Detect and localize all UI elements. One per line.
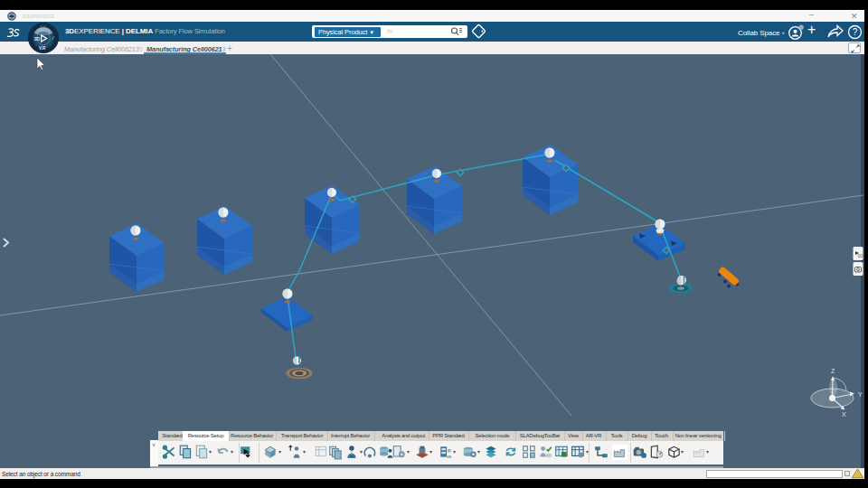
svg-text:V.R: V.R — [39, 46, 46, 51]
svg-text:X: X — [842, 411, 846, 418]
svg-text:3D: 3D — [34, 37, 41, 42]
svg-text:00: 00 — [858, 253, 863, 258]
svg-text:Y: Y — [858, 391, 863, 398]
svg-text:Z: Z — [831, 368, 835, 374]
svg-text:?: ? — [853, 27, 858, 37]
